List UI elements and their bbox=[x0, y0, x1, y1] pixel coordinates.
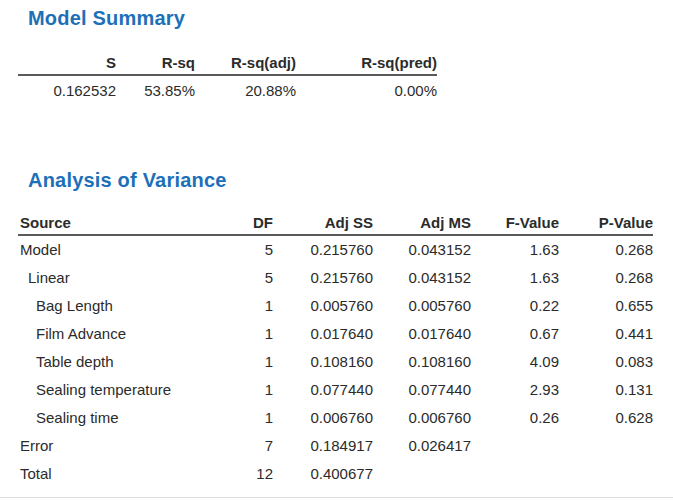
column-header-source: Source bbox=[18, 211, 238, 235]
cell-f-value: 4.09 bbox=[471, 348, 559, 376]
model-summary-title: Model Summary bbox=[28, 0, 673, 30]
cell-source: Error bbox=[18, 432, 238, 460]
cell-p-value bbox=[559, 432, 653, 460]
cell-p-value: 0.441 bbox=[559, 320, 653, 348]
cell-df: 12 bbox=[238, 460, 273, 488]
cell-rsq-pred-value: 0.00% bbox=[296, 75, 437, 105]
cell-f-value: 2.93 bbox=[471, 376, 559, 404]
cell-adj-ss: 0.184917 bbox=[273, 432, 373, 460]
cell-adj-ss: 0.017640 bbox=[273, 320, 373, 348]
cell-p-value: 0.268 bbox=[559, 264, 653, 292]
cell-f-value: 1.63 bbox=[471, 235, 559, 264]
cell-adj-ss: 0.077440 bbox=[273, 376, 373, 404]
cell-p-value: 0.628 bbox=[559, 404, 653, 432]
cell-df: 7 bbox=[238, 432, 273, 460]
cell-adj-ss: 0.215760 bbox=[273, 264, 373, 292]
cell-df: 1 bbox=[238, 320, 273, 348]
anova-table-row: Table depth 1 0.108160 0.108160 4.09 0.0… bbox=[18, 348, 653, 376]
column-header-df: DF bbox=[238, 211, 273, 235]
cell-p-value bbox=[559, 460, 653, 488]
cell-source: Table depth bbox=[18, 348, 238, 376]
column-header-s: S bbox=[18, 51, 116, 75]
anova-table-row: Film Advance 1 0.017640 0.017640 0.67 0.… bbox=[18, 320, 653, 348]
cell-p-value: 0.083 bbox=[559, 348, 653, 376]
anova-table-row: Bag Length 1 0.005760 0.005760 0.22 0.65… bbox=[18, 292, 653, 320]
anova-table-row: Total 12 0.400677 bbox=[18, 460, 653, 488]
cell-adj-ms: 0.108160 bbox=[373, 348, 471, 376]
cell-p-value: 0.131 bbox=[559, 376, 653, 404]
cell-df: 1 bbox=[238, 376, 273, 404]
cell-adj-ss: 0.006760 bbox=[273, 404, 373, 432]
statistics-output-pane: Model Summary S R-sq R-sq(adj) R-sq(pred… bbox=[0, 0, 673, 488]
cell-adj-ms: 0.006760 bbox=[373, 404, 471, 432]
cell-adj-ss: 0.108160 bbox=[273, 348, 373, 376]
cell-f-value bbox=[471, 432, 559, 460]
cell-source: Sealing time bbox=[18, 404, 238, 432]
anova-table-row: Linear 5 0.215760 0.043152 1.63 0.268 bbox=[18, 264, 653, 292]
model-summary-table: S R-sq R-sq(adj) R-sq(pred) 0.162532 53.… bbox=[18, 51, 437, 105]
column-header-p-value: P-Value bbox=[559, 211, 653, 235]
cell-adj-ss: 0.005760 bbox=[273, 292, 373, 320]
cell-adj-ms bbox=[373, 460, 471, 488]
cell-adj-ms: 0.077440 bbox=[373, 376, 471, 404]
cell-df: 1 bbox=[238, 348, 273, 376]
bottom-divider bbox=[0, 497, 673, 498]
column-header-rsq-pred: R-sq(pred) bbox=[296, 51, 437, 75]
column-header-rsq: R-sq bbox=[116, 51, 195, 75]
cell-adj-ss: 0.215760 bbox=[273, 235, 373, 264]
cell-df: 1 bbox=[238, 404, 273, 432]
cell-adj-ms: 0.043152 bbox=[373, 235, 471, 264]
cell-source: Film Advance bbox=[18, 320, 238, 348]
anova-table: Source DF Adj SS Adj MS F-Value P-Value … bbox=[18, 211, 653, 488]
anova-table-row: Error 7 0.184917 0.026417 bbox=[18, 432, 653, 460]
anova-header-row: Source DF Adj SS Adj MS F-Value P-Value bbox=[18, 211, 653, 235]
cell-df: 1 bbox=[238, 292, 273, 320]
cell-rsq-value: 53.85% bbox=[116, 75, 195, 105]
cell-source: Bag Length bbox=[18, 292, 238, 320]
cell-source: Total bbox=[18, 460, 238, 488]
cell-f-value: 0.67 bbox=[471, 320, 559, 348]
cell-df: 5 bbox=[238, 235, 273, 264]
cell-f-value: 0.22 bbox=[471, 292, 559, 320]
cell-adj-ms: 0.005760 bbox=[373, 292, 471, 320]
cell-source: Linear bbox=[18, 264, 238, 292]
cell-rsq-adj-value: 20.88% bbox=[195, 75, 296, 105]
cell-p-value: 0.655 bbox=[559, 292, 653, 320]
cell-adj-ms: 0.026417 bbox=[373, 432, 471, 460]
column-header-f-value: F-Value bbox=[471, 211, 559, 235]
cell-f-value bbox=[471, 460, 559, 488]
cell-adj-ss: 0.400677 bbox=[273, 460, 373, 488]
column-header-adj-ss: Adj SS bbox=[273, 211, 373, 235]
cell-s-value: 0.162532 bbox=[18, 75, 116, 105]
cell-adj-ms: 0.017640 bbox=[373, 320, 471, 348]
column-header-rsq-adj: R-sq(adj) bbox=[195, 51, 296, 75]
cell-source: Sealing temperature bbox=[18, 376, 238, 404]
model-summary-value-row: 0.162532 53.85% 20.88% 0.00% bbox=[18, 75, 437, 105]
anova-title: Analysis of Variance bbox=[28, 169, 673, 192]
anova-table-row: Sealing temperature 1 0.077440 0.077440 … bbox=[18, 376, 653, 404]
cell-adj-ms: 0.043152 bbox=[373, 264, 471, 292]
cell-f-value: 0.26 bbox=[471, 404, 559, 432]
anova-table-row: Sealing time 1 0.006760 0.006760 0.26 0.… bbox=[18, 404, 653, 432]
column-header-adj-ms: Adj MS bbox=[373, 211, 471, 235]
cell-df: 5 bbox=[238, 264, 273, 292]
cell-f-value: 1.63 bbox=[471, 264, 559, 292]
cell-source: Model bbox=[18, 235, 238, 264]
cell-p-value: 0.268 bbox=[559, 235, 653, 264]
model-summary-header-row: S R-sq R-sq(adj) R-sq(pred) bbox=[18, 51, 437, 75]
anova-table-row: Model 5 0.215760 0.043152 1.63 0.268 bbox=[18, 235, 653, 264]
